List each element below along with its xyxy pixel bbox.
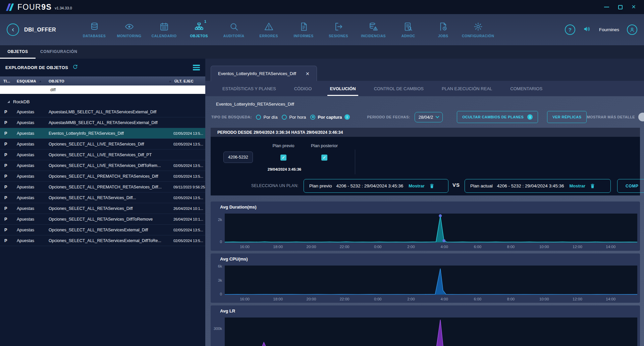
nav-item-databases[interactable]: DATABASES bbox=[77, 22, 112, 38]
jobs-icon bbox=[438, 22, 448, 32]
table-row[interactable]: PApuestasOpciones_SELECT_ALL_RETAService… bbox=[0, 214, 205, 225]
table-row[interactable]: PApuestasOpciones_SELECT_ALL_LIVE_RETASe… bbox=[0, 160, 205, 171]
chart-card-avg-cpu-ms-: Avg CPU(ms)6k3k016:0018:0020:0022:000:00… bbox=[211, 253, 640, 303]
x-axis-tick: 6:00 bbox=[474, 245, 481, 249]
nav-item-sesiones[interactable]: SESIONES bbox=[321, 22, 356, 38]
chart-plot[interactable] bbox=[225, 266, 637, 295]
table-row[interactable]: PApuestasOpciones_SELECT_ALL_LIVE_RETASe… bbox=[0, 150, 205, 160]
close-button[interactable]: ✕ bbox=[632, 4, 636, 10]
subtab-plan-ejecuci-n-real[interactable]: PLAN EJECUCIÓN REAL bbox=[433, 81, 501, 96]
nav-item-informes[interactable]: INFORMES bbox=[286, 22, 321, 38]
table-row[interactable]: PApuestasApuestasMMB_SELECT_ALL_RETAServ… bbox=[0, 117, 205, 128]
nav-item-adhoc[interactable]: ADHOC bbox=[391, 22, 426, 38]
chart-title: Avg Duration(ms) bbox=[220, 205, 640, 211]
help-button[interactable]: ? bbox=[565, 24, 575, 35]
subtab-evoluci-n[interactable]: EVOLUCIÓN bbox=[321, 81, 365, 96]
nav-item-auditoría[interactable]: AUDITORÍA bbox=[216, 22, 251, 38]
object-type: P bbox=[0, 131, 17, 136]
plan-actual-select[interactable]: Plan actual 4206 - 5232 : 29/04/2024 3:4… bbox=[465, 179, 611, 193]
radio-por-hora[interactable]: Por hora bbox=[282, 115, 306, 120]
nav-item-objetos[interactable]: 1OBJETOS bbox=[181, 22, 216, 38]
subtab-control-de-cambios[interactable]: CONTROL DE CAMBIOS bbox=[365, 81, 433, 96]
column-type[interactable]: TI... bbox=[0, 79, 17, 83]
document-tab[interactable]: Eventos_LotteryInfo_RETAServices_Diff ✕ bbox=[211, 66, 317, 81]
date-select[interactable]: 28/04/2 bbox=[415, 112, 443, 122]
object-name: Opciones_SELECT_ALL_LIVE_RETAServices_Di… bbox=[49, 163, 173, 168]
show-plan-link[interactable]: Mostrar bbox=[409, 183, 425, 188]
radio-por-captura[interactable]: Por capturai bbox=[310, 114, 350, 120]
info-icon[interactable]: i bbox=[527, 114, 533, 120]
plan-previo-select[interactable]: Plan previo 4206 - 5232 : 29/04/2024 3:4… bbox=[304, 179, 448, 193]
radio-por-d-a[interactable]: Por día bbox=[256, 115, 277, 120]
trash-icon[interactable] bbox=[590, 183, 595, 189]
x-axis-tick: 18:00 bbox=[273, 245, 283, 249]
nav-item-incidencias[interactable]: INCIDENCIAS bbox=[356, 22, 391, 38]
back-button[interactable] bbox=[7, 23, 19, 36]
app-logo: FOUR9S bbox=[17, 3, 52, 11]
table-row[interactable]: PApuestasOpciones_SELECT_ALL_RETAService… bbox=[0, 203, 205, 214]
object-name: Opciones_SELECT_ALL_RETAServices_Diff... bbox=[49, 195, 173, 200]
refresh-button[interactable] bbox=[72, 64, 78, 71]
tab-objetos[interactable]: OBJETOS bbox=[0, 45, 36, 59]
table-row[interactable]: PApuestasOpciones_SELECT_ALL_LIVE_RETASe… bbox=[0, 139, 205, 150]
nav-item-configuración[interactable]: CONFIGURACIÓN bbox=[461, 22, 495, 38]
close-tab-icon[interactable]: ✕ bbox=[306, 71, 310, 76]
maximize-button[interactable] bbox=[618, 5, 623, 9]
object-list: PApuestasApuestasLMB_SELECT_ALL_RETAServ… bbox=[0, 107, 205, 246]
object-schema: Apuestas bbox=[17, 238, 49, 243]
calendar-icon bbox=[159, 22, 169, 32]
user-menu-button[interactable] bbox=[627, 24, 637, 35]
nav-item-monitoring[interactable]: MONITORING bbox=[112, 22, 147, 38]
nav-item-label: JOBS bbox=[438, 34, 448, 38]
nav-item-jobs[interactable]: JOBS bbox=[426, 22, 461, 38]
view-replicas-button[interactable]: VER RÉPLICAS bbox=[547, 111, 587, 123]
column-object[interactable]: OBJETO▲ bbox=[49, 79, 174, 83]
subtab-estad-sticas-y-planes[interactable]: ESTADÍSTICAS Y PLANES bbox=[213, 81, 285, 96]
x-axis-tick: 0:00 bbox=[374, 245, 381, 249]
info-icon[interactable]: i bbox=[344, 114, 350, 120]
radio-icon bbox=[256, 115, 261, 120]
table-row[interactable]: PApuestasEventos_LotteryInfo_RETAService… bbox=[0, 128, 205, 139]
sound-button[interactable] bbox=[583, 25, 591, 35]
nav-item-calendario[interactable]: CALENDARIO bbox=[147, 22, 181, 38]
chart-plot[interactable] bbox=[225, 318, 637, 346]
column-last-exec[interactable]: ÚLT. EJEC bbox=[174, 79, 205, 83]
table-row[interactable]: PApuestasOpciones_SELECT_ALL_PREMATCH_RE… bbox=[0, 171, 205, 182]
plan-previo-checkbox[interactable]: ✓ bbox=[280, 155, 286, 161]
subtab-c-digo[interactable]: CÓDIGO bbox=[285, 81, 321, 96]
show-detail-toggle[interactable] bbox=[639, 114, 644, 120]
table-row[interactable]: PApuestasOpciones_SELECT_ALL_RETAService… bbox=[0, 225, 205, 235]
object-name: Opciones_SELECT_ALL_RETAServices_Diff bbox=[49, 206, 173, 211]
object-filter-row[interactable]: diff bbox=[0, 85, 205, 94]
table-row[interactable]: PApuestasOpciones_SELECT_ALL_PREMATCH_RE… bbox=[0, 182, 205, 192]
table-header: TI... ESQUEMA▲ OBJETO▲ ÚLT. EJEC bbox=[0, 76, 205, 85]
title-bar: FOUR9S v1.34.33.0 ✕ bbox=[0, 0, 644, 14]
chart-plot[interactable] bbox=[225, 214, 637, 242]
nav-badge: 1 bbox=[204, 19, 206, 23]
hide-plan-changes-button[interactable]: OCULTAR CAMBIOS DE PLANES i bbox=[457, 111, 538, 123]
object-last-exec: 09/11/2023 9:56:25 bbox=[173, 185, 205, 189]
nav-item-errores[interactable]: ERRORES bbox=[251, 22, 286, 38]
object-filter-value[interactable]: diff bbox=[50, 88, 56, 92]
table-row[interactable]: PApuestasOpciones_SELECT_ALL_RETAService… bbox=[0, 192, 205, 203]
table-row[interactable]: PApuestasOpciones_SELECT_ALL_RETAService… bbox=[0, 235, 205, 246]
nav-item-label: ADHOC bbox=[401, 34, 415, 38]
minimize-button[interactable] bbox=[604, 7, 609, 7]
show-plan-link[interactable]: Mostrar bbox=[569, 183, 585, 188]
column-schema[interactable]: ESQUEMA▲ bbox=[17, 79, 49, 83]
adhoc-icon bbox=[404, 22, 413, 32]
refresh-icon bbox=[72, 64, 78, 70]
trash-icon[interactable] bbox=[429, 183, 435, 189]
question-icon: ? bbox=[569, 27, 572, 33]
compare-button[interactable]: COMP bbox=[617, 179, 644, 193]
group-row-rockdb[interactable]: RockDB bbox=[0, 97, 205, 107]
object-name: Opciones_SELECT_ALL_PREMATCH_RETAService… bbox=[49, 174, 173, 179]
subtab-comentarios[interactable]: COMENTARIOS bbox=[501, 81, 551, 96]
plan-posterior-checkbox[interactable]: ✓ bbox=[321, 155, 327, 161]
tab-configuracion[interactable]: CONFIGURACIÓN bbox=[36, 45, 82, 59]
table-row[interactable]: PApuestasApuestasLMB_SELECT_ALL_RETAServ… bbox=[0, 107, 205, 117]
plan-chip[interactable]: 4206-5232 bbox=[223, 152, 253, 163]
explorer-menu-button[interactable] bbox=[193, 65, 200, 70]
x-axis-tick: 6:00 bbox=[474, 297, 481, 301]
divider bbox=[355, 150, 355, 174]
